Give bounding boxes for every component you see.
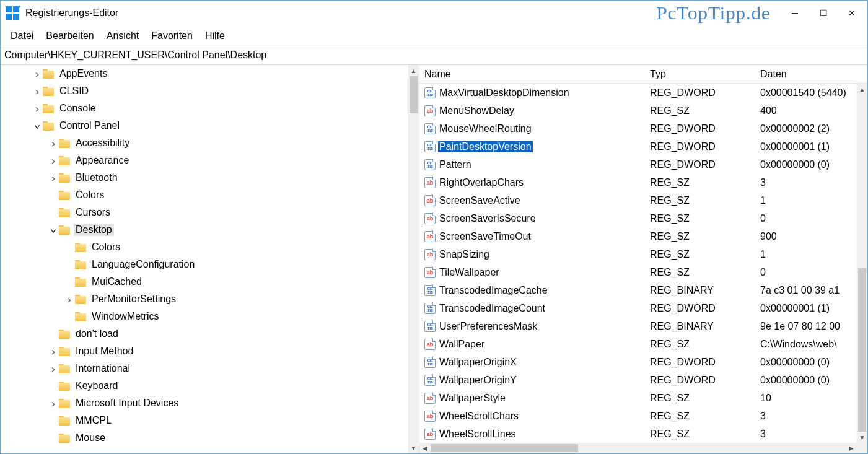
tree-item[interactable]: ›Input Method	[1, 343, 408, 360]
tree-label: International	[74, 362, 132, 375]
chevron-right-icon[interactable]: ›	[65, 293, 74, 306]
value-row[interactable]: abScreenSaverIsSecureREG_SZ0	[419, 209, 857, 227]
values-list[interactable]: 011110MaxVirtualDesktopDimensionREG_DWOR…	[419, 84, 857, 443]
folder-icon	[59, 173, 70, 183]
list-scrollbar-h[interactable]: ◀ ▶	[419, 443, 857, 453]
tree-item[interactable]: Cursors	[1, 204, 408, 221]
tree-item[interactable]: ›Appearance	[1, 152, 408, 169]
value-name: MenuShowDelay	[438, 105, 515, 116]
tree-label: MuiCached	[90, 276, 144, 288]
value-row[interactable]: 011110PatternREG_DWORD0x00000000 (0)	[419, 155, 857, 173]
value-name: WallpaperOriginY	[438, 375, 518, 386]
tree-label: Bluetooth	[74, 172, 120, 184]
tree-item[interactable]: WindowMetrics	[1, 308, 408, 325]
value-data: 0x00000002 (2)	[755, 122, 857, 136]
column-type[interactable]: Typ	[645, 66, 755, 82]
value-row[interactable]: 011110TranscodedImageCountREG_DWORD0x000…	[419, 299, 857, 317]
tree-item[interactable]: ›International	[1, 360, 408, 377]
value-row[interactable]: abSnapSizingREG_SZ1	[419, 245, 857, 263]
scroll-left-icon[interactable]: ◀	[419, 443, 431, 453]
tree-item[interactable]: ›Microsoft Input Devices	[1, 395, 408, 412]
folder-icon	[59, 382, 70, 391]
value-row[interactable]: 011110MaxVirtualDesktopDimensionREG_DWOR…	[419, 84, 857, 102]
string-value-icon: ab	[424, 195, 436, 206]
chevron-right-icon[interactable]: ›	[33, 68, 42, 81]
tree-item[interactable]: ⌄Control Panel	[1, 117, 408, 134]
tree-item[interactable]: ›CLSID	[1, 82, 408, 100]
tree-item[interactable]: ›Bluetooth	[1, 169, 408, 186]
tree-item[interactable]: LanguageConfiguration	[1, 256, 408, 273]
address-bar[interactable]: Computer\HKEY_CURRENT_USER\Control Panel…	[1, 46, 867, 65]
folder-icon	[43, 69, 54, 79]
maximize-button[interactable]: ☐	[809, 3, 838, 23]
scroll-down-icon[interactable]: ▼	[408, 442, 419, 453]
tree-view[interactable]: ›AppEvents›CLSID›Console⌄Control Panel›A…	[1, 65, 408, 453]
tree-label: MMCPL	[74, 414, 113, 427]
chevron-right-icon[interactable]: ›	[49, 345, 58, 358]
menu-favoriten[interactable]: Favoriten	[145, 28, 199, 44]
scroll-up-icon[interactable]: ▲	[857, 84, 867, 95]
tree-item[interactable]: ›AppEvents	[1, 65, 408, 82]
value-row[interactable]: 011110MouseWheelRoutingREG_DWORD0x000000…	[419, 120, 857, 138]
value-row[interactable]: abWallPaperREG_SZC:\Windows\web\	[419, 335, 857, 353]
chevron-right-icon[interactable]: ›	[49, 362, 58, 375]
tree-item[interactable]: MMCPL	[1, 412, 408, 429]
tree-item[interactable]: ›PerMonitorSettings	[1, 290, 408, 308]
scroll-up-icon[interactable]: ▲	[408, 65, 419, 76]
value-row[interactable]: abScreenSaveActiveREG_SZ1	[419, 191, 857, 209]
column-data[interactable]: Daten	[755, 66, 867, 82]
value-row[interactable]: 011110UserPreferencesMaskREG_BINARY9e 1e…	[419, 317, 857, 335]
tree-item[interactable]: Colors	[1, 186, 408, 204]
tree-item[interactable]: Mouse	[1, 429, 408, 447]
value-row[interactable]: abMenuShowDelayREG_SZ400	[419, 102, 857, 120]
value-row[interactable]: 011110TranscodedImageCacheREG_BINARY7a c…	[419, 281, 857, 299]
tree-item[interactable]: ›Accessibility	[1, 134, 408, 152]
tree-item[interactable]: MuiCached	[1, 273, 408, 290]
column-name[interactable]: Name	[419, 66, 645, 82]
scroll-right-icon[interactable]: ▶	[846, 443, 857, 453]
close-button[interactable]: ✕	[838, 3, 866, 23]
value-name: ScreenSaveActive	[438, 195, 522, 206]
value-row[interactable]: 011110WallpaperOriginXREG_DWORD0x0000000…	[419, 353, 857, 371]
chevron-right-icon[interactable]: ›	[33, 85, 42, 98]
tree-item[interactable]: ›Console	[1, 100, 408, 117]
tree-item[interactable]: ⌄Desktop	[1, 221, 408, 238]
value-name: ScreenSaveTimeOut	[438, 231, 532, 242]
value-row[interactable]: abWallpaperStyleREG_SZ10	[419, 389, 857, 407]
tree-item[interactable]: don't load	[1, 325, 408, 343]
minimize-button[interactable]: ─	[781, 3, 809, 23]
value-row[interactable]: 011110PaintDesktopVersionREG_DWORD0x0000…	[419, 138, 857, 155]
value-row[interactable]: abWheelScrollCharsREG_SZ3	[419, 407, 857, 425]
tree-item[interactable]: Colors	[1, 238, 408, 256]
menu-datei[interactable]: Datei	[4, 28, 40, 44]
menu-ansicht[interactable]: Ansicht	[100, 28, 145, 44]
menu-bearbeiten[interactable]: Bearbeiten	[40, 28, 100, 44]
chevron-right-icon[interactable]: ›	[49, 137, 58, 150]
tree-scrollbar[interactable]: ▲ ▼	[408, 65, 419, 453]
chevron-down-icon[interactable]: ⌄	[33, 121, 42, 127]
folder-icon	[43, 121, 54, 131]
menu-hilfe[interactable]: Hilfe	[199, 28, 231, 44]
value-row[interactable]: abRightOverlapCharsREG_SZ3	[419, 173, 857, 191]
scroll-thumb[interactable]	[410, 76, 418, 113]
tree-item[interactable]: Keyboard	[1, 377, 408, 395]
scroll-thumb[interactable]	[431, 444, 578, 452]
value-type: REG_SZ	[645, 194, 755, 207]
chevron-down-icon[interactable]: ⌄	[49, 225, 58, 231]
value-row[interactable]: abScreenSaveTimeOutREG_SZ900	[419, 227, 857, 245]
tree-label: Input Method	[74, 345, 135, 357]
scroll-thumb[interactable]	[858, 268, 866, 432]
chevron-right-icon[interactable]: ›	[49, 397, 58, 410]
value-name: UserPreferencesMask	[438, 321, 538, 332]
chevron-right-icon[interactable]: ›	[49, 172, 58, 185]
list-header: Name Typ Daten	[419, 65, 867, 84]
value-row[interactable]: abWheelScrollLinesREG_SZ3	[419, 425, 857, 443]
chevron-right-icon[interactable]: ›	[33, 102, 42, 115]
value-row[interactable]: 011110WallpaperOriginYREG_DWORD0x0000000…	[419, 371, 857, 389]
value-row[interactable]: abTileWallpaperREG_SZ0	[419, 263, 857, 281]
folder-icon	[75, 312, 86, 321]
list-scrollbar-v[interactable]: ▲ ▼	[857, 84, 867, 443]
folder-icon	[59, 330, 70, 339]
scroll-down-icon[interactable]: ▼	[857, 432, 867, 443]
chevron-right-icon[interactable]: ›	[49, 154, 58, 167]
